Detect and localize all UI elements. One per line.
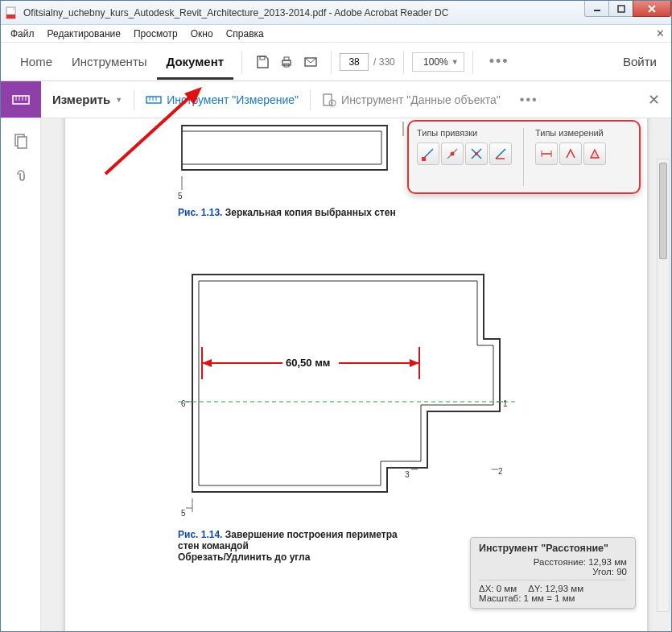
figure-1-14: 60,50 мм 6 1 2 3 5 [97, 266, 615, 563]
measurement-tool-label: Инструмент "Измерение" [167, 93, 299, 106]
page-number-control: / 330 [340, 53, 395, 71]
measure-label: Измерить [52, 93, 110, 106]
menu-view[interactable]: Просмотр [129, 27, 183, 41]
menu-help[interactable]: Справка [221, 27, 269, 41]
pdf-app-icon [6, 6, 19, 19]
tooltip-dy: ΔY: 12,93 мм [528, 584, 583, 593]
svg-rect-48 [422, 157, 426, 161]
close-button[interactable] [633, 1, 671, 17]
titlebar: Ofitsialny_uchebny_kurs_Autodesk_Revit_A… [1, 1, 671, 25]
nav-document[interactable]: Документ [157, 43, 234, 80]
svg-point-50 [451, 152, 455, 156]
snap-perpendicular-icon[interactable] [489, 143, 512, 165]
scroll-thumb[interactable] [659, 163, 667, 259]
snap-intersection-icon[interactable] [465, 143, 488, 165]
measurement-tool-button[interactable]: Инструмент "Измерение" [134, 81, 310, 118]
page-current-input[interactable] [340, 53, 369, 71]
object-data-tool-button[interactable]: Инструмент "Данные объекта" [311, 81, 512, 118]
measure-types-label: Типы измерений [535, 128, 606, 138]
email-icon[interactable] [299, 50, 323, 74]
maximize-button[interactable] [608, 1, 633, 17]
svg-rect-9 [13, 96, 29, 104]
signin-link[interactable]: Войти [623, 55, 662, 68]
measure-dropdown[interactable]: Измерить ▼ [41, 81, 134, 118]
svg-marker-29 [202, 359, 212, 367]
tooltip-title: Инструмент "Расстояние" [479, 543, 627, 554]
measure-distance-icon[interactable] [535, 143, 558, 165]
snap-endpoint-icon[interactable] [417, 143, 439, 165]
thumbnails-icon[interactable] [13, 133, 29, 149]
main-toolbar: Home Инструменты Документ / 330 100% ▼ •… [1, 43, 671, 81]
object-data-icon [322, 93, 336, 107]
app-window: Ofitsialny_uchebny_kurs_Autodesk_Revit_A… [0, 0, 672, 632]
fig1-label-5: 5 [178, 192, 183, 200]
svg-text:1: 1 [503, 399, 508, 408]
vertical-scrollbar[interactable] [657, 159, 670, 612]
svg-rect-14 [146, 97, 161, 103]
svg-text:6: 6 [181, 399, 186, 408]
measure-category-icon[interactable] [1, 81, 41, 118]
chevron-down-icon: ▼ [115, 96, 122, 104]
snap-types-label: Типы привязки [417, 128, 512, 138]
menu-window[interactable]: Окно [186, 27, 218, 41]
save-icon[interactable] [250, 50, 274, 74]
measure-toolbar: Измерить ▼ Инструмент "Измерение" Инстру… [1, 81, 671, 118]
menubar-close-icon[interactable]: ✕ [656, 27, 665, 39]
left-sidebar [1, 118, 41, 631]
snap-types-panel[interactable]: Типы привязки Типы измерений [407, 120, 641, 194]
fig2-dimension: 60,50 мм [286, 357, 330, 369]
more-subtool-icon[interactable]: ••• [512, 93, 546, 107]
window-title: Ofitsialny_uchebny_kurs_Autodesk_Revit_A… [23, 7, 584, 19]
page-total: / 330 [373, 56, 395, 68]
svg-text:2: 2 [498, 467, 503, 476]
tooltip-dx: ΔX: 0 мм [479, 584, 517, 593]
svg-text:5: 5 [181, 509, 186, 518]
tooltip-distance: Расстояние: 12,93 мм [534, 557, 627, 567]
svg-rect-18 [324, 94, 332, 105]
menubar: Файл Редактирование Просмотр Окно Справк… [1, 25, 671, 43]
fig2-caption-l2: Обрезать/Удлинить до угла [178, 551, 310, 563]
fig1-caption: Зеркальная копия выбранных стен [225, 207, 396, 218]
close-subtool-icon[interactable]: ✕ [648, 91, 660, 109]
chevron-down-icon: ▼ [451, 58, 459, 66]
print-icon[interactable] [274, 50, 299, 74]
svg-marker-30 [410, 359, 419, 367]
menu-edit[interactable]: Редактирование [43, 27, 126, 41]
svg-rect-1 [6, 14, 15, 19]
minimize-button[interactable] [584, 1, 608, 17]
distance-tooltip: Инструмент "Расстояние" Расстояние: 12,9… [470, 537, 636, 609]
nav-tools[interactable]: Инструменты [62, 43, 157, 80]
tooltip-scale: Масштаб: 1 мм = 1 мм [479, 593, 575, 603]
ruler-icon [146, 94, 162, 105]
fig2-number: Рис. 1.14. [178, 529, 222, 540]
svg-line-54 [496, 149, 505, 159]
window-controls [584, 1, 671, 24]
menu-file[interactable]: Файл [6, 27, 39, 41]
svg-rect-22 [18, 137, 27, 148]
object-data-tool-label: Инструмент "Данные объекта" [341, 93, 501, 106]
zoom-value: 100% [418, 56, 448, 68]
nav-home[interactable]: Home [10, 43, 62, 80]
snap-midpoint-icon[interactable] [441, 143, 464, 165]
measure-perimeter-icon[interactable] [559, 143, 582, 165]
tooltip-angle: Угол: 90 [592, 567, 627, 576]
measure-area-icon[interactable] [583, 143, 606, 165]
fig1-number: Рис. 1.13. [178, 207, 222, 218]
zoom-control[interactable]: 100% ▼ [412, 52, 464, 72]
svg-text:3: 3 [405, 470, 410, 479]
svg-rect-3 [618, 6, 625, 12]
more-actions-icon[interactable]: ••• [481, 53, 517, 70]
attachments-icon[interactable] [13, 167, 29, 183]
svg-point-53 [475, 152, 478, 155]
